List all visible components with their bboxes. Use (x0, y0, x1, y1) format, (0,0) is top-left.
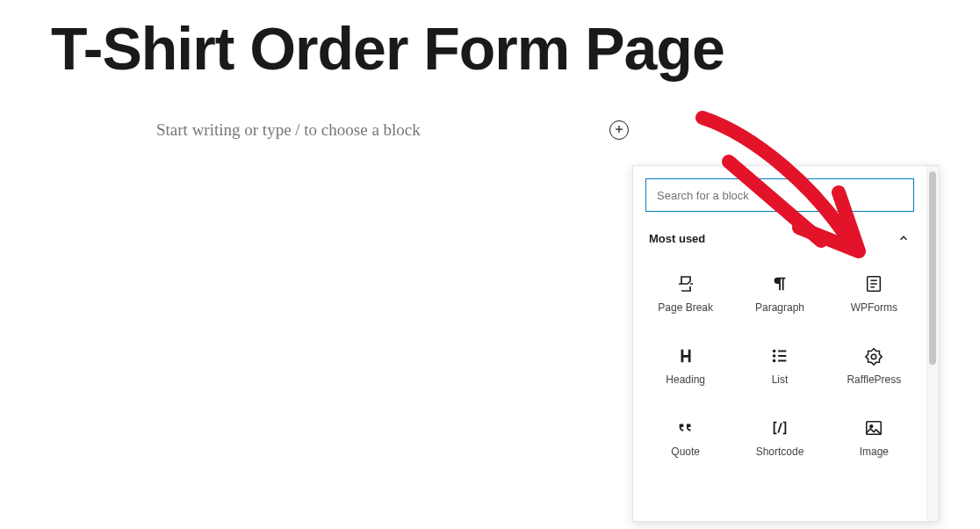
section-title: Most used (649, 232, 705, 245)
page-title[interactable]: T-Shirt Order Form Page (51, 16, 980, 82)
block-label: Quote (671, 446, 700, 458)
wpforms-icon (863, 273, 884, 294)
block-label: Shortcode (756, 446, 804, 458)
block-label: RafflePress (847, 373, 901, 386)
block-search-input[interactable] (645, 178, 914, 212)
svg-point-1 (774, 351, 775, 352)
inserter-scrollbar[interactable] (926, 166, 939, 521)
quote-icon (675, 417, 696, 438)
block-item-page-break[interactable]: Page Break (638, 257, 732, 330)
section-toggle-most-used[interactable]: Most used (633, 221, 926, 252)
block-item-wpforms[interactable]: WPForms (827, 257, 921, 330)
rafflepress-icon (863, 345, 884, 366)
block-item-list[interactable]: List (732, 330, 826, 402)
block-label: Page Break (658, 301, 713, 314)
block-item-image[interactable]: Image (827, 402, 921, 474)
block-label: WPForms (851, 301, 897, 314)
list-icon (769, 345, 790, 366)
heading-icon (675, 345, 696, 366)
block-label: Heading (666, 373, 705, 386)
block-item-heading[interactable]: Heading (638, 330, 732, 402)
paragraph-placeholder: Start writing or type / to choose a bloc… (156, 120, 648, 140)
block-item-rafflepress[interactable]: RafflePress (827, 330, 921, 402)
svg-point-3 (774, 360, 775, 362)
block-label: List (772, 373, 789, 386)
paragraph-icon (769, 273, 790, 294)
svg-point-5 (872, 354, 877, 359)
svg-marker-4 (866, 349, 882, 365)
chevron-up-icon (897, 231, 911, 245)
block-item-paragraph[interactable]: Paragraph (732, 257, 826, 330)
svg-point-2 (774, 355, 775, 357)
block-item-shortcode[interactable]: Shortcode (732, 402, 826, 474)
scrollbar-thumb[interactable] (929, 171, 936, 365)
block-label: Paragraph (755, 301, 804, 314)
page-break-icon (675, 273, 696, 294)
image-icon (863, 417, 884, 438)
add-block-button[interactable] (609, 120, 629, 140)
editor-paragraph-row[interactable]: Start writing or type / to choose a bloc… (156, 120, 648, 140)
shortcode-icon (769, 417, 790, 438)
svg-point-7 (870, 425, 873, 428)
block-grid: Page Break Paragraph WPForms (633, 252, 926, 486)
block-label: Image (860, 446, 889, 458)
block-item-quote[interactable]: Quote (638, 402, 732, 474)
plus-icon (614, 123, 624, 136)
block-inserter-panel: Most used Page Break Paragraph (632, 165, 940, 522)
